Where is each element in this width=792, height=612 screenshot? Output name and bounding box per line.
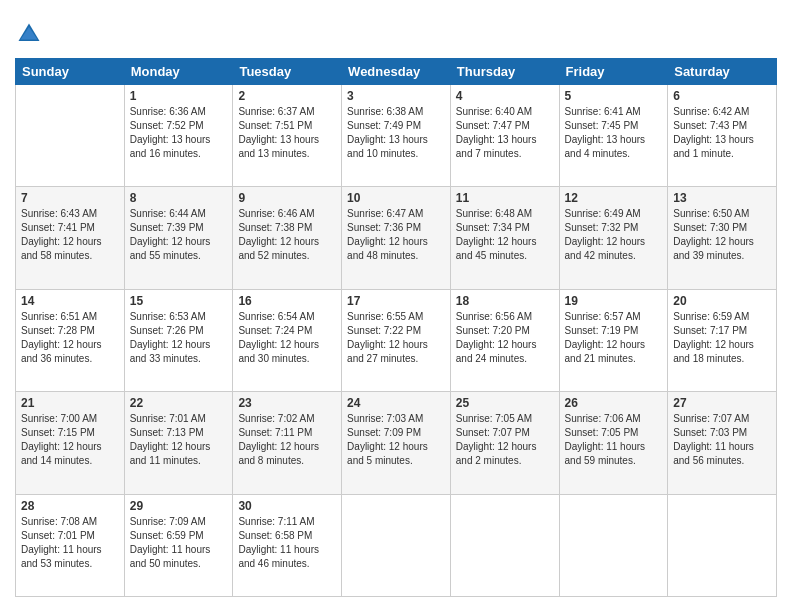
- calendar-cell: [16, 85, 125, 187]
- calendar-cell: 11Sunrise: 6:48 AMSunset: 7:34 PMDayligh…: [450, 187, 559, 289]
- calendar-cell: 7Sunrise: 6:43 AMSunset: 7:41 PMDaylight…: [16, 187, 125, 289]
- calendar-week-3: 14Sunrise: 6:51 AMSunset: 7:28 PMDayligh…: [16, 289, 777, 391]
- calendar-cell: 30Sunrise: 7:11 AMSunset: 6:58 PMDayligh…: [233, 494, 342, 596]
- day-number: 8: [130, 191, 228, 205]
- day-number: 6: [673, 89, 771, 103]
- calendar-header-row: SundayMondayTuesdayWednesdayThursdayFrid…: [16, 59, 777, 85]
- calendar-week-4: 21Sunrise: 7:00 AMSunset: 7:15 PMDayligh…: [16, 392, 777, 494]
- calendar-cell: [450, 494, 559, 596]
- day-number: 7: [21, 191, 119, 205]
- calendar-cell: 4Sunrise: 6:40 AMSunset: 7:47 PMDaylight…: [450, 85, 559, 187]
- day-number: 9: [238, 191, 336, 205]
- calendar-cell: 14Sunrise: 6:51 AMSunset: 7:28 PMDayligh…: [16, 289, 125, 391]
- day-info: Sunrise: 6:51 AMSunset: 7:28 PMDaylight:…: [21, 310, 119, 366]
- day-info: Sunrise: 7:01 AMSunset: 7:13 PMDaylight:…: [130, 412, 228, 468]
- day-info: Sunrise: 7:03 AMSunset: 7:09 PMDaylight:…: [347, 412, 445, 468]
- calendar-cell: 2Sunrise: 6:37 AMSunset: 7:51 PMDaylight…: [233, 85, 342, 187]
- day-number: 23: [238, 396, 336, 410]
- day-number: 24: [347, 396, 445, 410]
- calendar-header-tuesday: Tuesday: [233, 59, 342, 85]
- day-info: Sunrise: 6:43 AMSunset: 7:41 PMDaylight:…: [21, 207, 119, 263]
- day-number: 22: [130, 396, 228, 410]
- calendar-header-monday: Monday: [124, 59, 233, 85]
- calendar-week-2: 7Sunrise: 6:43 AMSunset: 7:41 PMDaylight…: [16, 187, 777, 289]
- day-info: Sunrise: 6:54 AMSunset: 7:24 PMDaylight:…: [238, 310, 336, 366]
- header: [15, 15, 777, 48]
- day-info: Sunrise: 6:55 AMSunset: 7:22 PMDaylight:…: [347, 310, 445, 366]
- calendar-cell: 9Sunrise: 6:46 AMSunset: 7:38 PMDaylight…: [233, 187, 342, 289]
- day-info: Sunrise: 6:36 AMSunset: 7:52 PMDaylight:…: [130, 105, 228, 161]
- day-info: Sunrise: 7:11 AMSunset: 6:58 PMDaylight:…: [238, 515, 336, 571]
- day-info: Sunrise: 6:44 AMSunset: 7:39 PMDaylight:…: [130, 207, 228, 263]
- calendar-header-friday: Friday: [559, 59, 668, 85]
- day-number: 4: [456, 89, 554, 103]
- calendar-cell: 6Sunrise: 6:42 AMSunset: 7:43 PMDaylight…: [668, 85, 777, 187]
- calendar-cell: 21Sunrise: 7:00 AMSunset: 7:15 PMDayligh…: [16, 392, 125, 494]
- day-info: Sunrise: 7:07 AMSunset: 7:03 PMDaylight:…: [673, 412, 771, 468]
- calendar-cell: 16Sunrise: 6:54 AMSunset: 7:24 PMDayligh…: [233, 289, 342, 391]
- calendar-cell: 3Sunrise: 6:38 AMSunset: 7:49 PMDaylight…: [342, 85, 451, 187]
- calendar-cell: 26Sunrise: 7:06 AMSunset: 7:05 PMDayligh…: [559, 392, 668, 494]
- calendar-cell: 28Sunrise: 7:08 AMSunset: 7:01 PMDayligh…: [16, 494, 125, 596]
- calendar-week-5: 28Sunrise: 7:08 AMSunset: 7:01 PMDayligh…: [16, 494, 777, 596]
- day-number: 25: [456, 396, 554, 410]
- calendar-cell: 17Sunrise: 6:55 AMSunset: 7:22 PMDayligh…: [342, 289, 451, 391]
- day-info: Sunrise: 6:56 AMSunset: 7:20 PMDaylight:…: [456, 310, 554, 366]
- logo-icon: [15, 20, 43, 48]
- day-info: Sunrise: 6:37 AMSunset: 7:51 PMDaylight:…: [238, 105, 336, 161]
- calendar-header-wednesday: Wednesday: [342, 59, 451, 85]
- day-number: 14: [21, 294, 119, 308]
- day-info: Sunrise: 6:47 AMSunset: 7:36 PMDaylight:…: [347, 207, 445, 263]
- day-number: 2: [238, 89, 336, 103]
- calendar-cell: 24Sunrise: 7:03 AMSunset: 7:09 PMDayligh…: [342, 392, 451, 494]
- day-info: Sunrise: 6:42 AMSunset: 7:43 PMDaylight:…: [673, 105, 771, 161]
- day-number: 19: [565, 294, 663, 308]
- day-info: Sunrise: 7:06 AMSunset: 7:05 PMDaylight:…: [565, 412, 663, 468]
- logo: [15, 20, 47, 48]
- day-number: 20: [673, 294, 771, 308]
- day-number: 5: [565, 89, 663, 103]
- day-info: Sunrise: 6:53 AMSunset: 7:26 PMDaylight:…: [130, 310, 228, 366]
- day-info: Sunrise: 7:00 AMSunset: 7:15 PMDaylight:…: [21, 412, 119, 468]
- calendar-header-thursday: Thursday: [450, 59, 559, 85]
- calendar-cell: 10Sunrise: 6:47 AMSunset: 7:36 PMDayligh…: [342, 187, 451, 289]
- day-info: Sunrise: 6:48 AMSunset: 7:34 PMDaylight:…: [456, 207, 554, 263]
- day-info: Sunrise: 6:40 AMSunset: 7:47 PMDaylight:…: [456, 105, 554, 161]
- day-info: Sunrise: 6:46 AMSunset: 7:38 PMDaylight:…: [238, 207, 336, 263]
- calendar-cell: 25Sunrise: 7:05 AMSunset: 7:07 PMDayligh…: [450, 392, 559, 494]
- day-number: 29: [130, 499, 228, 513]
- calendar-cell: [342, 494, 451, 596]
- calendar-cell: 22Sunrise: 7:01 AMSunset: 7:13 PMDayligh…: [124, 392, 233, 494]
- calendar-cell: 15Sunrise: 6:53 AMSunset: 7:26 PMDayligh…: [124, 289, 233, 391]
- calendar-table: SundayMondayTuesdayWednesdayThursdayFrid…: [15, 58, 777, 597]
- day-info: Sunrise: 7:08 AMSunset: 7:01 PMDaylight:…: [21, 515, 119, 571]
- calendar-cell: 27Sunrise: 7:07 AMSunset: 7:03 PMDayligh…: [668, 392, 777, 494]
- calendar-cell: 18Sunrise: 6:56 AMSunset: 7:20 PMDayligh…: [450, 289, 559, 391]
- day-info: Sunrise: 6:38 AMSunset: 7:49 PMDaylight:…: [347, 105, 445, 161]
- day-number: 3: [347, 89, 445, 103]
- day-info: Sunrise: 6:41 AMSunset: 7:45 PMDaylight:…: [565, 105, 663, 161]
- day-info: Sunrise: 6:59 AMSunset: 7:17 PMDaylight:…: [673, 310, 771, 366]
- day-info: Sunrise: 7:05 AMSunset: 7:07 PMDaylight:…: [456, 412, 554, 468]
- day-info: Sunrise: 6:57 AMSunset: 7:19 PMDaylight:…: [565, 310, 663, 366]
- page: SundayMondayTuesdayWednesdayThursdayFrid…: [0, 0, 792, 612]
- day-number: 16: [238, 294, 336, 308]
- calendar-header-saturday: Saturday: [668, 59, 777, 85]
- day-info: Sunrise: 6:49 AMSunset: 7:32 PMDaylight:…: [565, 207, 663, 263]
- day-info: Sunrise: 7:02 AMSunset: 7:11 PMDaylight:…: [238, 412, 336, 468]
- calendar-cell: 8Sunrise: 6:44 AMSunset: 7:39 PMDaylight…: [124, 187, 233, 289]
- day-number: 21: [21, 396, 119, 410]
- day-number: 11: [456, 191, 554, 205]
- calendar-cell: [559, 494, 668, 596]
- day-number: 18: [456, 294, 554, 308]
- day-number: 10: [347, 191, 445, 205]
- day-number: 26: [565, 396, 663, 410]
- day-number: 15: [130, 294, 228, 308]
- calendar-cell: 19Sunrise: 6:57 AMSunset: 7:19 PMDayligh…: [559, 289, 668, 391]
- day-number: 28: [21, 499, 119, 513]
- calendar-week-1: 1Sunrise: 6:36 AMSunset: 7:52 PMDaylight…: [16, 85, 777, 187]
- calendar-cell: 29Sunrise: 7:09 AMSunset: 6:59 PMDayligh…: [124, 494, 233, 596]
- day-number: 17: [347, 294, 445, 308]
- day-number: 27: [673, 396, 771, 410]
- calendar-cell: 5Sunrise: 6:41 AMSunset: 7:45 PMDaylight…: [559, 85, 668, 187]
